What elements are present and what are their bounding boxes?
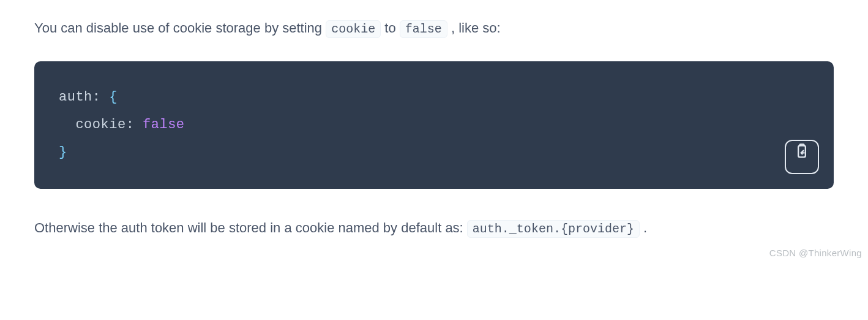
outro-text-before: Otherwise the auth token will be stored … <box>34 220 467 235</box>
code-token-cookie: cookie <box>75 117 125 132</box>
intro-text-mid: to <box>384 20 399 36</box>
watermark: CSDN @ThinkerWing <box>769 246 862 261</box>
intro-text-after: , like so: <box>451 20 501 36</box>
outro-text-after: . <box>643 220 647 235</box>
inline-code-token-name: auth._token.{provider} <box>467 220 640 238</box>
copy-button[interactable] <box>785 140 819 174</box>
code-token-false: false <box>134 117 184 132</box>
code-line-1: auth: { <box>59 83 809 111</box>
code-line-2: cookie: false <box>59 111 809 139</box>
outro-paragraph: Otherwise the auth token will be stored … <box>34 217 834 239</box>
code-token-auth: auth <box>59 90 92 105</box>
code-token-close-brace: } <box>59 145 67 160</box>
code-line-3: } <box>59 139 809 166</box>
code-token-open-brace: { <box>101 90 118 105</box>
intro-text-before: You can disable use of cookie storage by… <box>34 20 326 36</box>
code-block: auth: { cookie: false } <box>34 61 834 188</box>
intro-paragraph: You can disable use of cookie storage by… <box>34 17 834 39</box>
code-indent <box>59 117 75 132</box>
code-token-colon-2: : <box>126 117 135 132</box>
inline-code-cookie: cookie <box>326 20 381 38</box>
code-token-colon: : <box>92 90 101 105</box>
inline-code-false: false <box>400 20 447 38</box>
clipboard-icon <box>793 143 810 170</box>
